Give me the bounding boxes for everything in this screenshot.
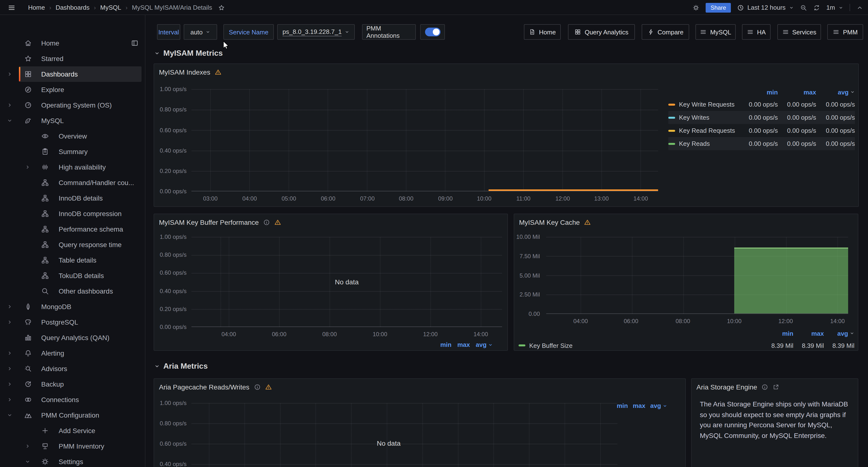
chart-plot-area[interactable]: No data	[191, 237, 502, 327]
warning-icon[interactable]	[584, 219, 591, 226]
service-name-variable-label[interactable]: Service Name	[223, 24, 274, 40]
legend-sort-min[interactable]: min	[763, 330, 794, 337]
chevron-right-icon[interactable]	[7, 366, 12, 372]
panel-aria-storage-engine[interactable]: Aria Storage Engine The Aria Storage Eng…	[691, 378, 858, 467]
info-icon[interactable]	[762, 384, 768, 391]
breadcrumb-home[interactable]: Home	[28, 4, 45, 11]
sidebar-item-high-availability[interactable]: High availability	[19, 159, 142, 175]
sidebar-item-table-details[interactable]: Table details	[19, 253, 142, 268]
legend-sort-max[interactable]: max	[794, 330, 824, 337]
refresh-interval-picker[interactable]: 1m	[826, 4, 843, 11]
sidebar-item-postgresql[interactable]: PostgreSQL	[19, 314, 142, 330]
info-icon[interactable]	[254, 384, 260, 391]
sidebar-item-pmm-configuration[interactable]: PMM Configuration	[19, 407, 142, 423]
sidebar-item-innodb-compression[interactable]: InnoDB compression	[19, 206, 142, 222]
zoom-out-icon[interactable]	[800, 4, 807, 11]
legend-row[interactable]: Key Read Requests 0.00 ops/s 0.00 ops/s …	[668, 124, 855, 137]
sidebar-item-query-response-time[interactable]: Query response time	[19, 237, 142, 253]
chevron-right-icon[interactable]	[7, 102, 12, 108]
chevron-right-icon[interactable]	[7, 319, 12, 325]
home-link-button[interactable]: Home	[524, 24, 561, 40]
sidebar-item-performance-schema[interactable]: Performance schema	[19, 222, 142, 237]
chevron-down-icon[interactable]	[25, 459, 31, 465]
legend-sort-min[interactable]: min	[440, 341, 452, 348]
chevron-right-icon[interactable]	[25, 164, 31, 170]
refresh-icon[interactable]	[813, 4, 820, 11]
chart-plot-area[interactable]	[546, 237, 848, 314]
time-range-picker[interactable]: Last 12 hours	[737, 4, 794, 11]
pmm-link-button[interactable]: PMM	[827, 24, 863, 40]
legend-sort-avg[interactable]: avg	[476, 341, 493, 348]
legend-sort-avg[interactable]: avg	[650, 402, 668, 409]
sidebar-item-command-handler[interactable]: Command/Handler cou...	[19, 175, 142, 190]
sidebar-item-mysql[interactable]: MySQL	[19, 113, 142, 128]
sidebar-item-connections[interactable]: Connections	[19, 392, 142, 407]
sidebar-item-tokudb-details[interactable]: TokuDB details	[19, 268, 142, 283]
sidebar-item-advisors[interactable]: Advisors	[19, 361, 142, 376]
sidebar-item-backup[interactable]: Backup	[19, 376, 142, 392]
sidebar-item-dashboards[interactable]: Dashboards	[19, 66, 142, 82]
legend-sort-avg[interactable]: avg	[824, 330, 855, 337]
breadcrumb-mysql[interactable]: MySQL	[100, 4, 121, 11]
kiosk-chevron-up-icon[interactable]	[856, 4, 863, 11]
sidebar-item-starred[interactable]: Starred	[19, 51, 142, 66]
legend-sort-min[interactable]: min	[740, 89, 778, 96]
menu-icon[interactable]	[8, 4, 16, 12]
sidebar-item-operating-system[interactable]: Operating System (OS)	[19, 97, 142, 113]
ha-link-button[interactable]: HA	[742, 24, 771, 40]
services-link-button[interactable]: Services	[777, 24, 821, 40]
chevron-right-icon[interactable]	[7, 304, 12, 309]
sidebar-item-other-dashboards[interactable]: Other dashboards	[19, 283, 142, 299]
panel-myisam-key-buffer-performance[interactable]: MyISAM Key Buffer Performance 1.00 ops/s…	[154, 214, 508, 351]
service-name-variable-select[interactable]: ps_8.0_3.19.228.7_1	[277, 24, 355, 40]
sidebar-item-mongodb[interactable]: MongoDB	[19, 299, 142, 314]
chart-plot-area[interactable]: No data	[191, 403, 617, 467]
sidebar-item-alerting[interactable]: Alerting	[19, 345, 142, 361]
legend-sort-avg[interactable]: avg	[816, 89, 855, 96]
chevron-down-icon[interactable]	[7, 412, 12, 418]
legend-row[interactable]: Key Writes 0.00 ops/s 0.00 ops/s 0.00 op…	[668, 111, 855, 124]
panel-aria-pagecache[interactable]: Aria Pagecache Reads/Writes 1.00 ops/s 0…	[154, 378, 686, 467]
sidebar-item-settings[interactable]: Settings	[19, 454, 142, 467]
mysql-link-button[interactable]: MySQL	[695, 24, 736, 40]
panel-myisam-indexes[interactable]: MyISAM Indexes 1.00 ops/s 0.80 ops/s 0.6…	[154, 63, 859, 207]
legend-sort-max[interactable]: max	[457, 341, 470, 348]
chevron-right-icon[interactable]	[25, 443, 31, 449]
sidebar-item-query-analytics[interactable]: Query Analytics (QAN)	[19, 330, 142, 345]
chevron-right-icon[interactable]	[7, 381, 12, 387]
legend-sort-max[interactable]: max	[778, 89, 816, 96]
sidebar-item-pmm-inventory[interactable]: PMM Inventory	[19, 438, 142, 454]
chevron-down-icon[interactable]	[7, 118, 12, 124]
external-link-icon[interactable]	[773, 384, 780, 391]
sidebar-item-overview[interactable]: Overview	[19, 128, 142, 144]
legend-row[interactable]: Key Buffer Size 8.39 Mil 8.39 Mil 8.39 M…	[519, 339, 855, 352]
legend-sort-max[interactable]: max	[633, 402, 645, 409]
sidebar-item-innodb-details[interactable]: InnoDB details	[19, 190, 142, 206]
breadcrumb-dashboards[interactable]: Dashboards	[56, 4, 89, 11]
chevron-right-icon[interactable]	[7, 397, 12, 403]
favorite-star-icon[interactable]	[218, 4, 225, 11]
legend-row[interactable]: Key Reads 0.00 ops/s 0.00 ops/s 0.00 ops…	[668, 137, 855, 150]
legend-row[interactable]: Key Write Requests 0.00 ops/s 0.00 ops/s…	[668, 98, 855, 111]
sidebar-item-add-service[interactable]: Add Service	[19, 423, 142, 438]
interval-variable-select[interactable]: auto	[184, 24, 217, 40]
pmm-annotations-toggle[interactable]	[420, 24, 445, 40]
interval-variable-label[interactable]: Interval	[157, 24, 180, 40]
chevron-right-icon[interactable]	[7, 350, 12, 356]
dashboard-settings-gear-icon[interactable]	[692, 4, 699, 11]
legend-sort-min[interactable]: min	[617, 402, 628, 409]
section-myisam-metrics[interactable]: MyISAM Metrics	[154, 49, 223, 58]
section-aria-metrics[interactable]: Aria Metrics	[154, 362, 208, 371]
chevron-right-icon[interactable]	[7, 71, 12, 77]
info-icon[interactable]	[263, 219, 270, 226]
warning-icon[interactable]	[215, 69, 221, 75]
compare-link-button[interactable]: Compare	[642, 24, 689, 40]
warning-icon[interactable]	[265, 384, 272, 391]
warning-icon[interactable]	[274, 219, 281, 226]
toggle-on[interactable]	[425, 28, 440, 36]
panel-myisam-key-cache[interactable]: MyISAM Key Cache 10.00 Mil 7.50 Mil 5.00…	[514, 214, 858, 351]
sidebar-item-explore[interactable]: Explore	[19, 82, 142, 97]
sidebar-item-home[interactable]: Home	[19, 35, 142, 51]
sidebar-item-summary[interactable]: Summary	[19, 144, 142, 159]
query-analytics-link-button[interactable]: Query Analytics	[568, 24, 635, 40]
